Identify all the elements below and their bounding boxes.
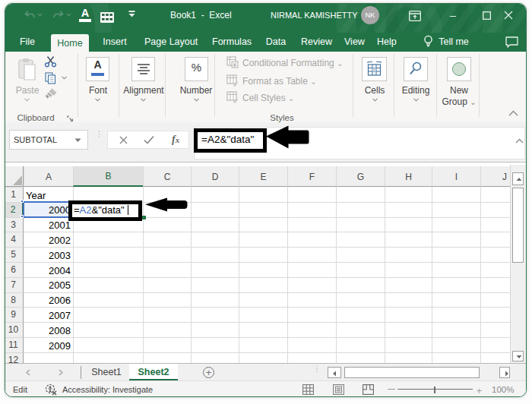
svg-text:≠: ≠	[233, 62, 236, 68]
